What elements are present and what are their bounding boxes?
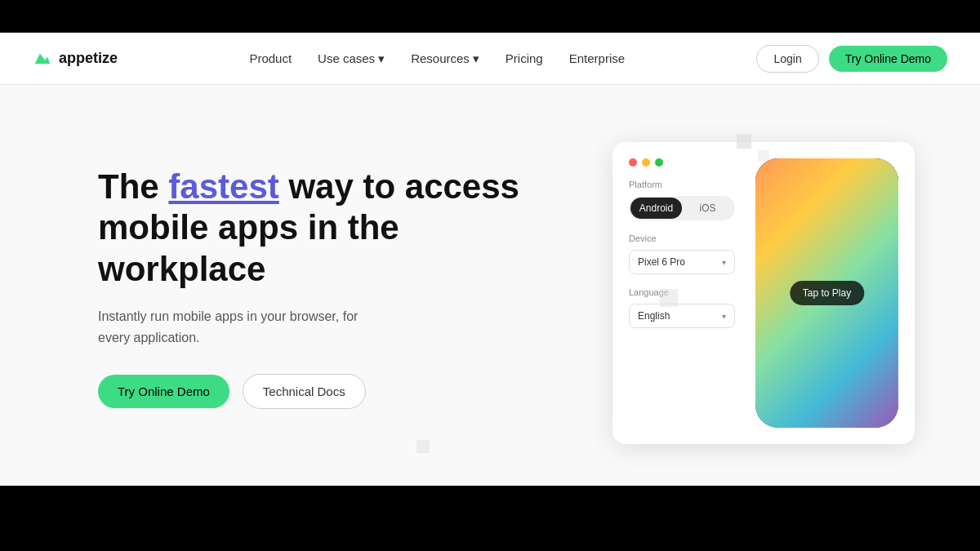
try-online-demo-nav-button[interactable]: Try Online Demo bbox=[829, 46, 947, 72]
nav-use-cases[interactable]: Use cases ▾ bbox=[318, 51, 385, 66]
ios-button[interactable]: iOS bbox=[682, 198, 733, 219]
dot-green bbox=[655, 158, 663, 167]
device-label: Device bbox=[629, 233, 735, 243]
nav-actions: Login Try Online Demo bbox=[756, 45, 947, 73]
deco-square-1 bbox=[737, 134, 751, 149]
nav-resources[interactable]: Resources ▾ bbox=[411, 51, 479, 66]
login-button[interactable]: Login bbox=[756, 45, 818, 73]
logo[interactable]: appetize bbox=[33, 49, 118, 69]
nav-links: Product Use cases ▾ Resources ▾ Pricing … bbox=[249, 51, 625, 66]
platform-toggle: Android iOS bbox=[629, 196, 735, 220]
chevron-down-icon: ▾ bbox=[722, 312, 726, 321]
logo-text: appetize bbox=[59, 50, 118, 67]
hero-buttons: Try Online Demo Technical Docs bbox=[98, 374, 564, 409]
hero-subtitle: Instantly run mobile apps in your browse… bbox=[98, 306, 376, 348]
chevron-down-icon: ▾ bbox=[722, 258, 726, 267]
nav-product[interactable]: Product bbox=[249, 51, 292, 65]
hero-title: The fastest way to access mobile apps in… bbox=[98, 167, 564, 290]
demo-card: Platform Android iOS Device Pixel 6 Pro … bbox=[612, 142, 915, 444]
technical-docs-button[interactable]: Technical Docs bbox=[243, 374, 366, 409]
demo-controls: Platform Android iOS Device Pixel 6 Pro … bbox=[629, 180, 735, 328]
tap-to-play[interactable]: Tap to Play bbox=[790, 281, 864, 305]
deco-square-3 bbox=[660, 289, 678, 307]
dot-red bbox=[629, 158, 637, 167]
demo-card-left: Platform Android iOS Device Pixel 6 Pro … bbox=[629, 158, 742, 428]
phone-mockup: Tap to Play bbox=[755, 158, 898, 428]
language-label: Language bbox=[629, 287, 735, 297]
chevron-down-icon: ▾ bbox=[378, 51, 385, 66]
demo-card-header bbox=[629, 158, 742, 167]
bottom-bar bbox=[0, 486, 980, 551]
hero-title-highlight: fastest bbox=[168, 167, 278, 206]
navbar: appetize Product Use cases ▾ Resources ▾… bbox=[0, 33, 980, 85]
device-select[interactable]: Pixel 6 Pro ▾ bbox=[629, 250, 735, 274]
nav-enterprise[interactable]: Enterprise bbox=[569, 51, 625, 65]
deco-square-4 bbox=[416, 440, 430, 453]
android-button[interactable]: Android bbox=[630, 198, 682, 219]
nav-pricing[interactable]: Pricing bbox=[506, 51, 543, 65]
hero-right: Platform Android iOS Device Pixel 6 Pro … bbox=[612, 134, 915, 444]
platform-label: Platform bbox=[629, 180, 735, 189]
try-online-demo-button[interactable]: Try Online Demo bbox=[98, 375, 229, 408]
hero-left: The fastest way to access mobile apps in… bbox=[98, 134, 564, 409]
language-select[interactable]: English ▾ bbox=[629, 304, 735, 328]
phone-screen: Tap to Play bbox=[755, 158, 898, 428]
dot-yellow bbox=[642, 158, 650, 167]
hero-title-part1: The bbox=[98, 167, 168, 206]
chevron-down-icon: ▾ bbox=[473, 51, 479, 66]
hero-section: The fastest way to access mobile apps in… bbox=[0, 85, 980, 551]
logo-icon bbox=[33, 49, 52, 69]
top-bar bbox=[0, 0, 980, 33]
